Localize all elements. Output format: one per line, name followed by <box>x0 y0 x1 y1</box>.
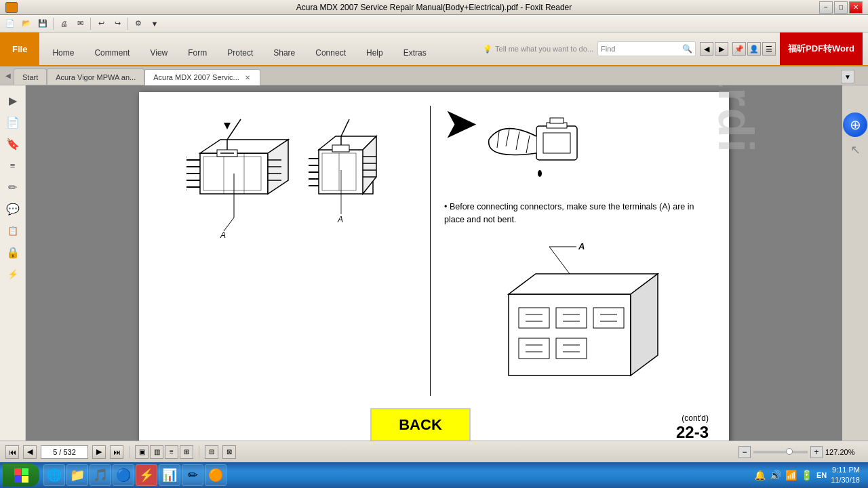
layout-button-1[interactable]: ⊟ <box>205 445 218 459</box>
svg-line-21 <box>227 119 241 140</box>
pencil-icon[interactable]: ✏ <box>182 464 203 486</box>
tab-form[interactable]: Form <box>178 39 217 65</box>
tab-acura-mdx-label: Acura MDX 2007 Servic... <box>153 73 239 81</box>
start-button[interactable] <box>3 464 39 487</box>
double-page-button[interactable]: ▥ <box>150 445 163 459</box>
tray-icon-2[interactable]: 🔊 <box>770 470 781 481</box>
tab-help[interactable]: Help <box>356 39 393 65</box>
tab-comment[interactable]: Comment <box>84 39 140 65</box>
back-button[interactable]: BACK <box>370 408 471 441</box>
fit-button[interactable]: ⊞ <box>180 445 193 459</box>
single-page-button[interactable]: ▣ <box>135 445 149 459</box>
zoom-in-button[interactable]: + <box>810 446 823 458</box>
open-button[interactable]: 📂 <box>19 17 34 30</box>
bullet-content: Before connecting connectors, make sure … <box>444 202 694 224</box>
minimize-button[interactable]: − <box>819 1 833 14</box>
email-button[interactable]: ✉ <box>73 17 87 30</box>
tab-acura-mdx[interactable]: Acura MDX 2007 Servic... ✕ <box>144 69 260 85</box>
extra-buttons: 📌 👤 ☰ <box>732 42 776 56</box>
tab-start[interactable]: Start <box>14 68 47 85</box>
diagram-area-top: A <box>159 106 416 248</box>
pin-button[interactable]: 📌 <box>732 42 746 56</box>
undo-button[interactable]: ↩ <box>94 17 108 30</box>
tray-icon-1[interactable]: 🔔 <box>754 470 766 481</box>
sidebar-properties-icon[interactable]: ⚡ <box>3 264 22 283</box>
sidebar-stamp-icon[interactable]: 📋 <box>3 221 22 240</box>
svg-line-34 <box>341 119 349 136</box>
tab-connect[interactable]: Connect <box>305 39 356 65</box>
maximize-button[interactable]: □ <box>834 1 848 14</box>
next-page-button[interactable]: ▶ <box>92 445 106 459</box>
search-icon[interactable]: 🔍 <box>682 44 692 54</box>
search-box[interactable]: 🔍 <box>597 41 696 56</box>
tray-icon-3[interactable]: 📶 <box>785 470 797 481</box>
sidebar-page-icon[interactable]: 📄 <box>3 113 22 131</box>
last-page-button[interactable]: ⏭ <box>110 445 123 459</box>
first-page-button[interactable]: ⏮ <box>5 445 19 459</box>
svg-rect-51 <box>509 294 631 375</box>
new-button[interactable]: 📄 <box>3 17 18 30</box>
back-button-container[interactable]: BACK <box>200 408 641 441</box>
chrome-icon[interactable]: 🔵 <box>113 464 134 486</box>
lightbulb-icon: 💡 <box>483 45 492 54</box>
sidebar-sign-icon[interactable]: ✏ <box>3 178 22 197</box>
sidebar-comment-icon[interactable]: 💬 <box>3 199 22 218</box>
user-button[interactable]: 👤 <box>747 42 761 56</box>
left-sidebar: ▶ 📄 🔖 ≡ ✏ 💬 📋 🔒 ⚡ <box>0 85 26 441</box>
zoom-slider[interactable] <box>753 451 808 453</box>
redo-button[interactable]: ↪ <box>110 17 125 30</box>
close-button[interactable]: ✕ <box>849 1 863 14</box>
explorer-icon[interactable]: 📁 <box>66 464 88 486</box>
cursor-icon: ↖ <box>850 142 861 157</box>
layout-button-2[interactable]: ⊠ <box>222 445 236 459</box>
excel-icon[interactable]: 📊 <box>159 464 180 486</box>
doc-area: cardi <box>26 85 842 441</box>
sidebar-bookmark-icon[interactable]: 🔖 <box>3 134 22 153</box>
sidebar-security-icon[interactable]: 🔒 <box>3 243 22 262</box>
red-app-icon[interactable]: ⚡ <box>136 464 157 486</box>
taskbar: 🌐 📁 🎵 🔵 ⚡ 📊 ✏ 🟠 🔔 🔊 📶 🔋 EN 9:11 PM 11/30… <box>0 462 868 488</box>
svg-rect-50 <box>550 118 564 123</box>
page-footer: BACK (cont'd) 22-3 <box>159 407 709 441</box>
tab-home[interactable]: Home <box>42 39 84 65</box>
ie-icon[interactable]: 🌐 <box>43 464 65 486</box>
foxit-nav-icon[interactable]: ⊕ <box>843 113 867 137</box>
bottom-connector-diagram: A <box>481 240 671 396</box>
tell-me-box[interactable]: 💡 Tell me what you want to do... <box>483 45 593 54</box>
settings-button[interactable]: ⚙ <box>131 17 146 30</box>
tab-view[interactable]: View <box>140 39 178 65</box>
menu-button[interactable]: ☰ <box>762 42 776 56</box>
sidebar-layers-icon[interactable]: ≡ <box>3 156 22 175</box>
page-input[interactable] <box>41 445 88 459</box>
window-controls[interactable]: − □ ✕ <box>819 1 863 14</box>
ad-banner[interactable]: 福昕PDF转Word <box>780 33 863 65</box>
search-input[interactable] <box>601 45 682 53</box>
tab-protect[interactable]: Protect <box>217 39 263 65</box>
save-button[interactable]: 💾 <box>35 17 50 30</box>
tell-me-text[interactable]: Tell me what you want to do... <box>495 45 593 53</box>
clock-date: 11/30/18 <box>831 475 860 485</box>
tray-icon-4[interactable]: 🔋 <box>801 470 812 481</box>
prev-page-button[interactable]: ◀ <box>23 445 37 459</box>
zoom-slider-thumb[interactable] <box>786 448 793 455</box>
sidebar-nav-icon[interactable]: ▶ <box>3 91 22 110</box>
footer-right: (cont'd) 22-3 <box>641 407 709 441</box>
file-button[interactable]: File <box>0 33 39 65</box>
tab-nav-left[interactable]: ◀ <box>3 66 14 85</box>
foxit-icon <box>5 2 18 13</box>
tab-extras[interactable]: Extras <box>393 39 437 65</box>
foxit-taskbar-icon[interactable]: 🟠 <box>205 464 226 486</box>
zoom-out-button[interactable]: − <box>738 446 751 458</box>
prev-result-button[interactable]: ◀ <box>700 42 713 56</box>
tab-share[interactable]: Share <box>263 39 305 65</box>
media-icon[interactable]: 🎵 <box>90 464 111 486</box>
scroll-button[interactable]: ≡ <box>165 445 178 459</box>
dropdown-button[interactable]: ▼ <box>147 17 162 30</box>
tab-acura-vigor[interactable]: Acura Vigor MPWA an... <box>47 68 144 85</box>
print-button[interactable]: 🖨 <box>56 17 71 30</box>
svg-rect-74 <box>14 476 21 483</box>
tab-dropdown-button[interactable]: ▼ <box>841 70 854 83</box>
separator-3 <box>127 18 128 30</box>
next-result-button[interactable]: ▶ <box>715 42 728 56</box>
tab-close-button[interactable]: ✕ <box>243 74 252 81</box>
